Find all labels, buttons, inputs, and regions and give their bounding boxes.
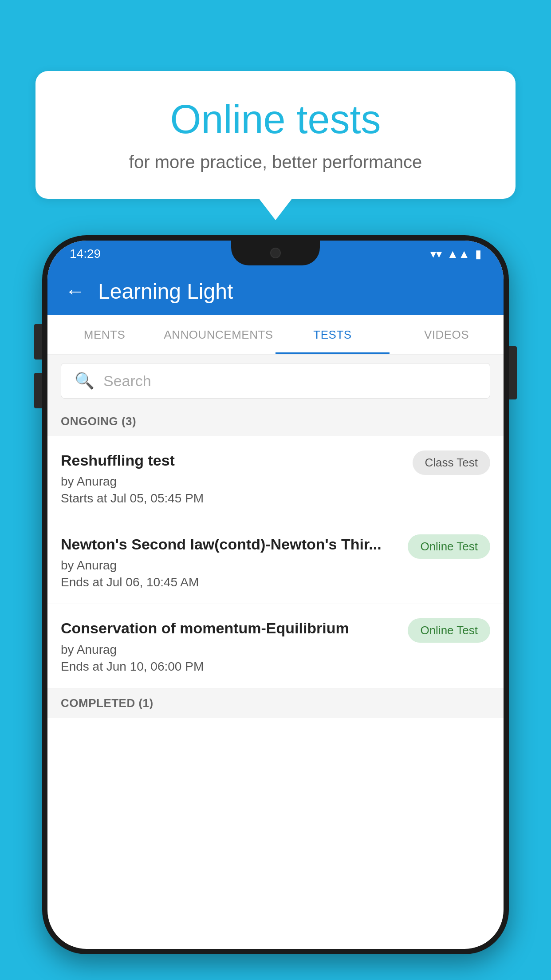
phone-container: 14:29 ▾▾ ▲▲ ▮ ← Learning Light MENTS ANN… — [42, 235, 509, 980]
test-info: Reshuffling test by Anurag Starts at Jul… — [61, 450, 404, 506]
test-time: Ends at Jun 10, 06:00 PM — [61, 660, 399, 674]
front-camera — [270, 248, 281, 258]
online-test-badge: Online Test — [408, 534, 490, 559]
status-time: 14:29 — [70, 247, 101, 261]
test-item-newtons[interactable]: Newton's Second law(contd)-Newton's Thir… — [47, 520, 504, 604]
tab-videos[interactable]: VIDEOS — [390, 315, 504, 354]
signal-icon: ▲▲ — [447, 247, 470, 261]
search-bar[interactable]: 🔍 Search — [61, 363, 490, 399]
battery-icon: ▮ — [475, 247, 481, 261]
test-name: Conservation of momentum-Equilibrium — [61, 618, 399, 638]
tab-ments[interactable]: MENTS — [47, 315, 161, 354]
app-title: Learning Light — [98, 279, 233, 304]
test-author: by Anurag — [61, 558, 399, 573]
volume-down-button — [34, 373, 42, 408]
app-header: ← Learning Light — [47, 267, 504, 315]
test-author: by Anurag — [61, 474, 404, 489]
test-info: Conservation of momentum-Equilibrium by … — [61, 618, 399, 673]
wifi-icon: ▾▾ — [430, 247, 442, 261]
completed-section-header: COMPLETED (1) — [47, 688, 504, 718]
back-button[interactable]: ← — [65, 280, 85, 302]
phone-notch — [231, 241, 320, 265]
tab-announcements[interactable]: ANNOUNCEMENTS — [161, 315, 276, 354]
bubble-subtitle: for more practice, better performance — [71, 152, 480, 172]
search-container: 🔍 Search — [47, 355, 504, 407]
test-name: Newton's Second law(contd)-Newton's Thir… — [61, 534, 399, 554]
phone-screen: 14:29 ▾▾ ▲▲ ▮ ← Learning Light MENTS ANN… — [47, 241, 504, 949]
tab-tests[interactable]: TESTS — [276, 315, 390, 354]
test-time: Ends at Jul 06, 10:45 AM — [61, 575, 399, 589]
test-time: Starts at Jul 05, 05:45 PM — [61, 491, 404, 506]
class-test-badge: Class Test — [413, 450, 490, 475]
power-button — [509, 346, 517, 399]
search-icon: 🔍 — [75, 371, 94, 390]
test-item-conservation[interactable]: Conservation of momentum-Equilibrium by … — [47, 604, 504, 688]
ongoing-section-header: ONGOING (3) — [47, 407, 504, 436]
online-test-badge-2: Online Test — [408, 618, 490, 643]
phone-frame: 14:29 ▾▾ ▲▲ ▮ ← Learning Light MENTS ANN… — [42, 235, 509, 954]
test-info: Newton's Second law(contd)-Newton's Thir… — [61, 534, 399, 589]
status-icons: ▾▾ ▲▲ ▮ — [430, 247, 481, 261]
test-name: Reshuffling test — [61, 450, 404, 470]
test-item-reshuffling[interactable]: Reshuffling test by Anurag Starts at Jul… — [47, 436, 504, 520]
bubble-title: Online tests — [71, 98, 480, 142]
search-placeholder: Search — [103, 372, 151, 390]
volume-up-button — [34, 324, 42, 360]
speech-bubble: Online tests for more practice, better p… — [35, 71, 516, 199]
test-list: Reshuffling test by Anurag Starts at Jul… — [47, 436, 504, 688]
tabs-container: MENTS ANNOUNCEMENTS TESTS VIDEOS — [47, 315, 504, 355]
test-author: by Anurag — [61, 643, 399, 657]
